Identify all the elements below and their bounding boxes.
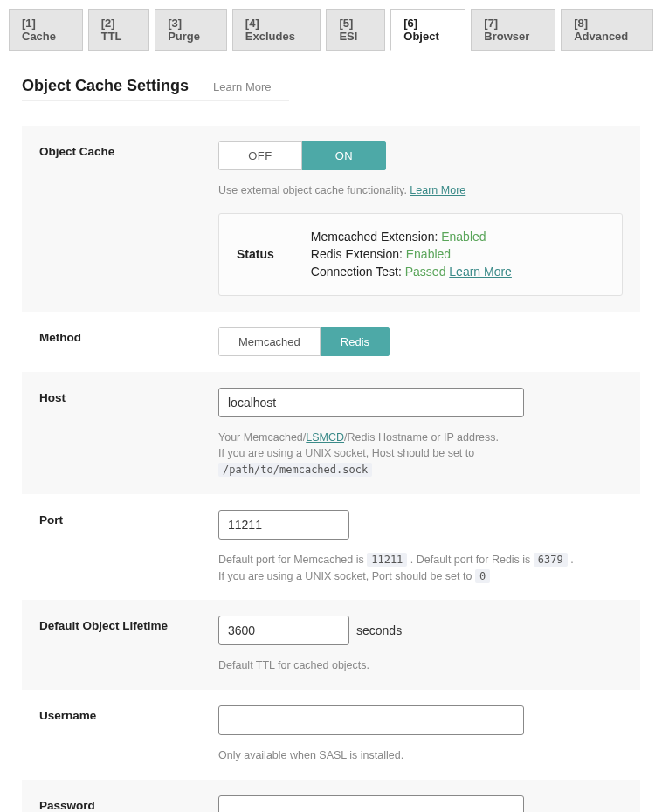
memcached-ext-status: Enabled bbox=[441, 230, 486, 244]
port-input[interactable] bbox=[218, 510, 349, 540]
tab-excludes[interactable]: [4] Excludes bbox=[232, 9, 321, 51]
object-cache-desc: Use external object cache functionality. bbox=[218, 184, 410, 196]
lifetime-desc: Default TTL for cached objects. bbox=[218, 657, 623, 674]
object-cache-off-button[interactable]: OFF bbox=[218, 141, 302, 170]
lifetime-input[interactable] bbox=[218, 616, 349, 645]
port-label: Port bbox=[39, 510, 218, 526]
tab-object[interactable]: [6] Object bbox=[390, 9, 465, 51]
tab-ttl[interactable]: [2] TTL bbox=[88, 9, 150, 51]
method-label: Method bbox=[39, 327, 218, 344]
password-input[interactable] bbox=[218, 795, 524, 812]
host-desc2: If you are using a UNIX socket, Host sho… bbox=[218, 447, 474, 459]
status-learn-more-link[interactable]: Learn More bbox=[449, 265, 512, 279]
object-cache-on-button[interactable]: ON bbox=[302, 141, 386, 170]
username-input[interactable] bbox=[218, 705, 524, 735]
status-box: Status Memcached Extension: Enabled Redi… bbox=[218, 213, 623, 296]
port-code1: 11211 bbox=[367, 553, 407, 567]
tab-browser[interactable]: [7] Browser bbox=[471, 9, 555, 51]
password-label: Password bbox=[39, 795, 218, 812]
lifetime-label: Default Object Lifetime bbox=[39, 616, 218, 632]
username-label: Username bbox=[39, 705, 218, 722]
tab-esi[interactable]: [5] ESI bbox=[326, 9, 385, 51]
status-title: Status bbox=[237, 247, 274, 261]
conn-test-status: Passed bbox=[405, 265, 446, 279]
port-code3: 0 bbox=[475, 569, 490, 583]
port-desc1c: . bbox=[568, 554, 574, 566]
conn-test-label: Connection Test: bbox=[311, 265, 405, 279]
method-toggle: Memcached Redis bbox=[218, 327, 390, 356]
username-desc: Only available when SASL is installed. bbox=[218, 747, 623, 764]
method-redis-button[interactable]: Redis bbox=[321, 327, 390, 356]
host-desc1b: /Redis Hostname or IP address. bbox=[344, 431, 499, 444]
port-desc1a: Default port for Memcached is bbox=[218, 554, 367, 566]
lifetime-unit: seconds bbox=[356, 623, 402, 637]
tab-purge[interactable]: [3] Purge bbox=[155, 9, 227, 51]
method-memcached-button[interactable]: Memcached bbox=[218, 327, 321, 356]
port-code2: 6379 bbox=[534, 553, 568, 567]
host-sock-code: /path/to/memcached.sock bbox=[218, 463, 372, 477]
redis-ext-status: Enabled bbox=[406, 247, 451, 261]
lsmcd-link[interactable]: LSMCD bbox=[306, 431, 344, 444]
object-cache-learn-more-link[interactable]: Learn More bbox=[410, 184, 465, 196]
tab-advanced[interactable]: [8] Advanced bbox=[561, 9, 653, 51]
object-cache-label: Object Cache bbox=[39, 141, 218, 158]
settings-panel: Object Cache Settings Learn More Object … bbox=[0, 51, 662, 812]
tab-bar: [1] Cache [2] TTL [3] Purge [4] Excludes… bbox=[0, 0, 662, 51]
port-desc1b: . Default port for Redis is bbox=[407, 554, 534, 566]
host-input[interactable] bbox=[218, 388, 524, 417]
redis-ext-label: Redis Extension: bbox=[311, 247, 406, 261]
tab-cache[interactable]: [1] Cache bbox=[9, 9, 83, 51]
port-desc2: If you are using a UNIX socket, Port sho… bbox=[218, 570, 475, 582]
host-desc1a: Your Memcached/ bbox=[218, 431, 306, 444]
object-cache-toggle: OFF ON bbox=[218, 141, 386, 170]
page-title: Object Cache Settings bbox=[22, 77, 189, 95]
host-label: Host bbox=[39, 388, 218, 404]
memcached-ext-label: Memcached Extension: bbox=[311, 230, 441, 244]
heading-learn-more-link[interactable]: Learn More bbox=[213, 80, 271, 93]
